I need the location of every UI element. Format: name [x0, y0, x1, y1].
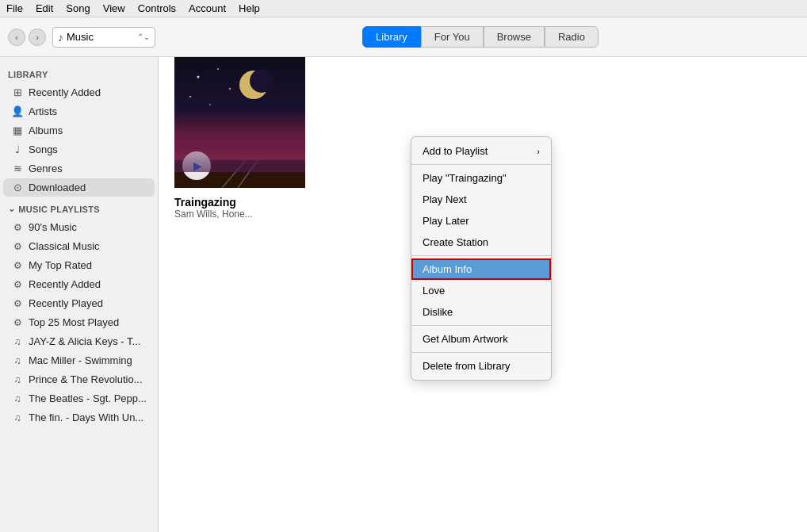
playlist-label-mac-miller: Mac Miller - Swimming — [29, 354, 132, 366]
ctx-create-station[interactable]: Create Station — [411, 232, 551, 253]
menu-controls[interactable]: Controls — [138, 2, 176, 14]
menu-view[interactable]: View — [103, 2, 125, 14]
sidebar: Library ⊞ Recently Added 👤 Artists ▦ Alb… — [0, 57, 159, 532]
playlist-label-prince: Prince & The Revolutio... — [29, 373, 143, 385]
ctx-label-play-traingazing: Play "Traingazing" — [423, 172, 507, 184]
playlist-icon-recently-played: ⚙ — [11, 298, 24, 309]
tab-browse[interactable]: Browse — [484, 26, 545, 48]
menu-edit[interactable]: Edit — [36, 2, 53, 14]
source-selector[interactable]: ♪ Music ⌃⌄ — [52, 27, 155, 48]
ctx-dislike[interactable]: Dislike — [411, 301, 551, 323]
play-button-overlay[interactable] — [182, 151, 211, 180]
forward-button[interactable]: › — [29, 29, 46, 46]
svg-point-7 — [209, 104, 211, 105]
sidebar-label-genres: Genres — [29, 163, 63, 174]
playlist-item-top-25[interactable]: ⚙ Top 25 Most Played — [3, 313, 155, 331]
sidebar-item-artists[interactable]: 👤 Artists — [3, 102, 155, 121]
playlist-label-top-rated: My Top Rated — [29, 259, 92, 271]
menu-file[interactable]: File — [6, 2, 23, 14]
album-info: Traingazing Sam Wills, Hone... — [174, 196, 253, 220]
albums-icon: ▦ — [11, 124, 24, 136]
sidebar-item-downloaded[interactable]: ⊙ Downloaded — [3, 178, 155, 197]
sidebar-item-albums[interactable]: ▦ Albums — [3, 121, 155, 140]
playlist-item-the-fin[interactable]: ♫ The fin. - Days With Un... — [3, 408, 155, 427]
sidebar-label-songs: Songs — [29, 144, 58, 155]
playlist-label-classical: Classical Music — [29, 240, 100, 252]
playlist-icon-jay-z: ♫ — [11, 336, 24, 347]
sidebar-label-downloaded: Downloaded — [29, 182, 86, 193]
menu-account[interactable]: Account — [189, 2, 226, 14]
content-area: Traingazing Sam Wills, Hone... Add to Pl… — [159, 57, 807, 532]
ctx-label-album-info: Album Info — [423, 263, 472, 275]
playlists-header-label: Music Playlists — [18, 205, 100, 214]
playlist-item-top-rated[interactable]: ⚙ My Top Rated — [3, 256, 155, 274]
album-thumbnail[interactable] — [174, 57, 305, 188]
ctx-label-play-next: Play Next — [423, 193, 467, 205]
tab-radio[interactable]: Radio — [545, 26, 599, 48]
playlist-label-90s: 90's Music — [29, 221, 77, 233]
ctx-play-next[interactable]: Play Next — [411, 189, 551, 210]
playlist-icon-beatles: ♫ — [11, 393, 24, 404]
back-button[interactable]: ‹ — [8, 29, 25, 46]
playlist-label-beatles: The Beatles - Sgt. Pepp... — [29, 392, 147, 404]
genres-icon: ≋ — [11, 163, 24, 174]
playlist-label-top-25: Top 25 Most Played — [29, 316, 119, 328]
ctx-add-to-playlist[interactable]: Add to Playlist › — [411, 140, 551, 162]
album-subtitle: Sam Wills, Hone... — [174, 209, 253, 220]
ctx-separator-3 — [411, 325, 551, 326]
ctx-label-love: Love — [423, 285, 445, 297]
svg-rect-0 — [174, 57, 305, 188]
ctx-label-delete-from-library: Delete from Library — [423, 360, 511, 372]
recently-added-icon: ⊞ — [11, 86, 24, 98]
playlist-item-mac-miller[interactable]: ♫ Mac Miller - Swimming — [3, 351, 155, 369]
tab-for-you[interactable]: For You — [421, 26, 484, 48]
main-layout: Library ⊞ Recently Added 👤 Artists ▦ Alb… — [0, 57, 807, 532]
playlist-icon-the-fin: ♫ — [11, 412, 24, 423]
playlist-item-jay-z[interactable]: ♫ JAY-Z & Alicia Keys - T... — [3, 332, 155, 350]
playlist-item-prince[interactable]: ♫ Prince & The Revolutio... — [3, 370, 155, 388]
playlist-icon-top-rated: ⚙ — [11, 260, 24, 271]
menu-song[interactable]: Song — [66, 2, 90, 14]
sidebar-item-genres[interactable]: ≋ Genres — [3, 159, 155, 178]
ctx-love[interactable]: Love — [411, 280, 551, 301]
playlists-section-header[interactable]: ⌄ Music Playlists — [0, 197, 158, 217]
tab-library[interactable]: Library — [362, 26, 421, 48]
svg-point-5 — [229, 88, 231, 90]
playlist-item-classical[interactable]: ⚙ Classical Music — [3, 237, 155, 255]
ctx-label-play-later: Play Later — [423, 215, 469, 227]
album-art-svg — [174, 57, 305, 188]
playlist-icon-recently-added: ⚙ — [11, 279, 24, 290]
sidebar-label-artists: Artists — [29, 105, 57, 117]
album-artwork — [174, 57, 305, 188]
playlist-item-beatles[interactable]: ♫ The Beatles - Sgt. Pepp... — [3, 389, 155, 408]
playlist-label-recently-played: Recently Played — [29, 297, 103, 309]
ctx-album-info[interactable]: Album Info — [411, 258, 551, 280]
playlist-item-recently-added[interactable]: ⚙ Recently Added — [3, 275, 155, 293]
songs-icon: ♩ — [11, 144, 24, 155]
playlist-icon-classical: ⚙ — [11, 241, 24, 252]
ctx-play-traingazing[interactable]: Play "Traingazing" — [411, 167, 551, 189]
sidebar-item-recently-added[interactable]: ⊞ Recently Added — [3, 83, 155, 101]
svg-point-6 — [189, 96, 191, 98]
ctx-label-create-station: Create Station — [423, 236, 488, 248]
sidebar-label-recently-added: Recently Added — [29, 86, 101, 98]
svg-point-3 — [197, 76, 200, 78]
menu-bar: File Edit Song View Controls Account Hel… — [0, 0, 807, 17]
ctx-label-add-to-playlist: Add to Playlist — [423, 145, 488, 157]
album-title: Traingazing — [174, 196, 253, 209]
playlist-item-recently-played[interactable]: ⚙ Recently Played — [3, 294, 155, 312]
playlist-item-90s[interactable]: ⚙ 90's Music — [3, 218, 155, 236]
ctx-label-dislike: Dislike — [423, 306, 453, 318]
ctx-play-later[interactable]: Play Later — [411, 210, 551, 232]
chevron-down-icon: ⌃⌄ — [137, 33, 150, 41]
playlist-label-the-fin: The fin. - Days With Un... — [29, 411, 143, 423]
source-label: Music — [67, 31, 134, 43]
svg-point-2 — [250, 69, 273, 93]
svg-point-4 — [217, 68, 219, 70]
ctx-delete-from-library[interactable]: Delete from Library — [411, 355, 551, 377]
context-menu: Add to Playlist › Play "Traingazing" Pla… — [411, 136, 552, 381]
ctx-separator-4 — [411, 352, 551, 353]
menu-help[interactable]: Help — [239, 2, 260, 14]
sidebar-item-songs[interactable]: ♩ Songs — [3, 140, 155, 159]
ctx-get-album-artwork[interactable]: Get Album Artwork — [411, 328, 551, 350]
